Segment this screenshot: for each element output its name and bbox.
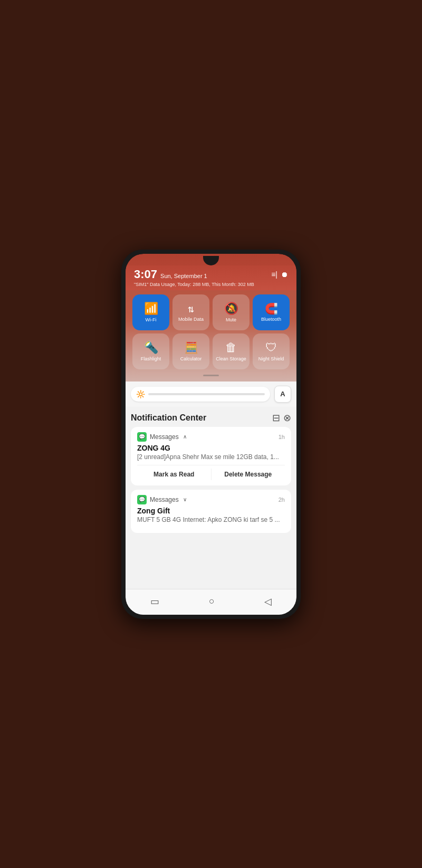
notif-expand-2[interactable]: ∨ [183,497,187,502]
notification-card-2[interactable]: 💬 Messages ∨ 2h Zong Gift MUFT 5 GB 4G I… [131,490,291,533]
notif-sender-2: Zong Gift [137,507,285,515]
scroll-indicator [131,373,291,378]
wifi-tile[interactable]: 📶 Wi-Fi [132,294,169,330]
delete-message-button[interactable]: Delete Message [212,469,285,480]
notification-header-icons: ⊟ ⊗ [272,412,291,424]
calculator-label: Calculator [180,357,202,362]
menu-icon: ≡| [271,270,277,279]
notif-app-row-2: 💬 Messages ∨ [137,495,187,504]
notch [203,256,219,265]
notif-actions-1: Mark as Read Delete Message [137,465,285,480]
notif-sender-1: ZONG 4G [137,444,285,452]
notification-center: Notification Center ⊟ ⊗ 💬 Messages ∧ [126,407,296,589]
clock-time: 3:07 [134,268,157,281]
night-shield-icon: 🛡 [265,341,277,355]
messages-app-icon-2: 💬 [137,495,147,504]
calculator-icon: 🧮 [184,341,198,355]
auto-brightness-button[interactable]: A [274,386,291,403]
messages-app-name-1: Messages [150,433,179,441]
wifi-icon: 📶 [144,302,158,316]
record-icon: ⏺ [281,270,288,279]
calculator-tile[interactable]: 🧮 Calculator [172,333,209,369]
tiles-row-1: 📶 Wi-Fi ⇅ Mobile Data 🔕 Mute 🧲 Bluetooth [131,294,291,330]
back-button[interactable]: ◁ [256,594,280,609]
flashlight-icon: 🔦 [144,341,158,355]
sun-icon: 🔆 [136,390,145,398]
notification-clear-icon[interactable]: ⊗ [283,412,291,424]
notification-card-1[interactable]: 💬 Messages ∧ 1h ZONG 4G [2 unread]Apna S… [131,427,291,485]
mute-label: Mute [226,318,236,323]
notif-app-row-1: 💬 Messages ∧ [137,432,187,442]
clean-storage-tile[interactable]: 🗑 Clean Storage [213,333,250,369]
notification-settings-icon[interactable]: ⊟ [272,412,280,424]
bluetooth-icon: 🧲 [265,302,278,315]
notif-time-1: 1h [279,434,285,440]
status-icons: ≡| ⏺ [271,270,288,279]
notch-bar [126,254,296,265]
messages-app-icon-1: 💬 [137,432,147,442]
mobile-data-icon: ⇅ [188,302,194,315]
date-label: Sun, September 1 [160,273,207,279]
notif-expand-1[interactable]: ∧ [183,434,187,440]
notif-preview-2: MUFT 5 GB 4G Internet: Apko ZONG ki tarf… [137,516,285,523]
notif-preview-1: [2 unread]Apna Shehr Max se mile 12GB da… [137,453,285,461]
phone-inner: 3:07 Sun, September 1 ≡| ⏺ "SIM1" Data U… [126,254,296,615]
brightness-slider[interactable]: 🔆 [131,387,270,402]
nav-bar: ▭ ○ ◁ [126,589,296,615]
mute-tile[interactable]: 🔕 Mute [213,294,250,330]
home-button[interactable]: ○ [200,594,223,609]
mobile-data-label: Mobile Data [178,317,204,322]
mark-as-read-button[interactable]: Mark as Read [137,469,212,480]
flashlight-label: Flashlight [141,357,161,362]
notif-card-1-header: 💬 Messages ∧ 1h [137,432,285,442]
wifi-label: Wi-Fi [146,318,157,323]
notification-center-title: Notification Center [131,413,206,423]
bluetooth-label: Bluetooth [261,317,281,322]
messages-app-name-2: Messages [150,496,179,503]
tiles-row-2: 🔦 Flashlight 🧮 Calculator 🗑 Clean Storag… [131,333,291,369]
screen: 3:07 Sun, September 1 ≡| ⏺ "SIM1" Data U… [126,254,296,615]
phone-device: 3:07 Sun, September 1 ≡| ⏺ "SIM1" Data U… [121,250,301,619]
sim-data-label: "SIM1" Data Usage, Today: 288 MB, This M… [134,282,288,287]
recent-apps-button[interactable]: ▭ [142,594,168,609]
clean-storage-label: Clean Storage [216,357,246,362]
mobile-data-tile[interactable]: ⇅ Mobile Data [172,294,209,330]
brightness-row: 🔆 A [126,381,296,407]
bluetooth-tile[interactable]: 🧲 Bluetooth [253,294,290,330]
notif-time-2: 2h [279,497,285,503]
brightness-track [148,393,265,395]
night-shield-label: Night Shield [258,357,284,362]
notif-card-2-header: 💬 Messages ∨ 2h [137,495,285,504]
flashlight-tile[interactable]: 🔦 Flashlight [132,333,169,369]
night-shield-tile[interactable]: 🛡 Night Shield [253,333,290,369]
quick-tiles-panel: 📶 Wi-Fi ⇅ Mobile Data 🔕 Mute 🧲 Bluetooth [126,290,296,381]
scroll-dot [203,375,219,376]
mute-icon: 🔕 [224,302,238,316]
notification-header: Notification Center ⊟ ⊗ [131,407,291,427]
clean-storage-icon: 🗑 [225,341,237,355]
status-area: 3:07 Sun, September 1 ≡| ⏺ "SIM1" Data U… [126,265,296,290]
